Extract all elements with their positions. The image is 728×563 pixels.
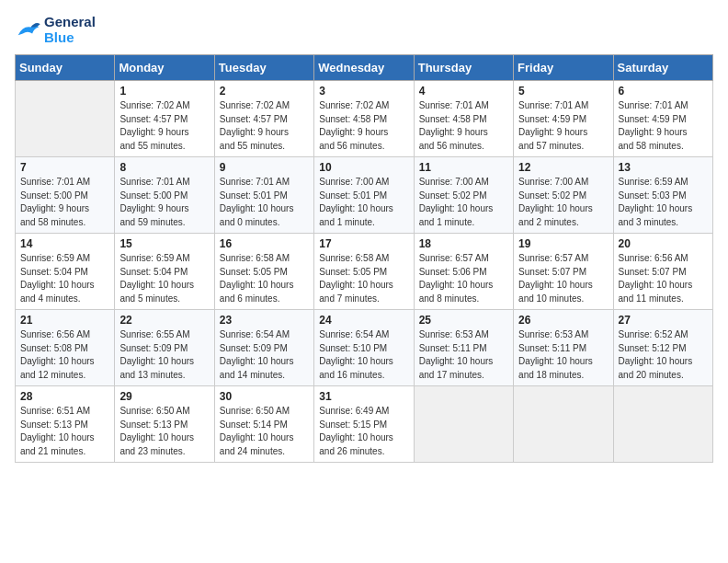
logo-text: General Blue [44,15,96,45]
calendar-cell: 20Sunrise: 6:56 AM Sunset: 5:07 PM Dayli… [613,234,712,310]
day-number: 6 [619,85,708,98]
day-number: 30 [220,390,309,403]
calendar-cell: 22Sunrise: 6:55 AM Sunset: 5:09 PM Dayli… [115,310,214,386]
calendar-cell: 17Sunrise: 6:58 AM Sunset: 5:05 PM Dayli… [314,234,414,310]
calendar-week-5: 28Sunrise: 6:51 AM Sunset: 5:13 PM Dayli… [16,386,713,463]
day-number: 9 [220,161,309,174]
calendar-week-3: 14Sunrise: 6:59 AM Sunset: 5:04 PM Dayli… [16,234,713,310]
calendar-cell: 2Sunrise: 7:02 AM Sunset: 4:57 PM Daylig… [214,81,313,157]
day-info: Sunrise: 6:58 AM Sunset: 5:05 PM Dayligh… [319,252,408,305]
calendar-header-tuesday: Tuesday [214,55,313,81]
calendar-cell [613,386,712,463]
day-number: 8 [119,161,209,174]
calendar-header-row: SundayMondayTuesdayWednesdayThursdayFrid… [16,55,713,81]
day-number: 19 [518,237,608,250]
calendar-cell: 7Sunrise: 7:01 AM Sunset: 5:00 PM Daylig… [16,157,115,234]
day-info: Sunrise: 6:51 AM Sunset: 5:13 PM Dayligh… [20,405,109,458]
day-number: 31 [319,390,408,403]
day-info: Sunrise: 6:56 AM Sunset: 5:08 PM Dayligh… [20,328,109,382]
day-info: Sunrise: 6:53 AM Sunset: 5:11 PM Dayligh… [419,328,508,382]
day-info: Sunrise: 7:00 AM Sunset: 5:02 PM Dayligh… [419,176,508,229]
calendar-cell: 4Sunrise: 7:01 AM Sunset: 4:58 PM Daylig… [414,81,513,157]
day-number: 28 [20,390,109,403]
calendar-cell: 9Sunrise: 7:01 AM Sunset: 5:01 PM Daylig… [214,157,313,234]
day-number: 17 [319,237,408,250]
day-info: Sunrise: 7:01 AM Sunset: 4:59 PM Dayligh… [619,99,708,153]
day-number: 12 [518,161,608,174]
calendar-cell: 16Sunrise: 6:58 AM Sunset: 5:05 PM Dayli… [214,234,313,310]
calendar-cell: 28Sunrise: 6:51 AM Sunset: 5:13 PM Dayli… [16,386,115,463]
calendar-cell: 10Sunrise: 7:00 AM Sunset: 5:01 PM Dayli… [314,157,414,234]
calendar-cell: 21Sunrise: 6:56 AM Sunset: 5:08 PM Dayli… [16,310,115,386]
day-info: Sunrise: 6:55 AM Sunset: 5:09 PM Dayligh… [119,328,209,382]
calendar-header-saturday: Saturday [613,55,712,81]
day-info: Sunrise: 6:53 AM Sunset: 5:11 PM Dayligh… [518,328,608,382]
day-info: Sunrise: 7:01 AM Sunset: 4:58 PM Dayligh… [419,99,508,153]
day-number: 15 [119,237,209,250]
calendar-header-monday: Monday [115,55,214,81]
day-number: 14 [20,237,109,250]
calendar-header-wednesday: Wednesday [314,55,414,81]
calendar-cell: 15Sunrise: 6:59 AM Sunset: 5:04 PM Dayli… [115,234,214,310]
calendar-cell: 23Sunrise: 6:54 AM Sunset: 5:09 PM Dayli… [214,310,313,386]
calendar-week-4: 21Sunrise: 6:56 AM Sunset: 5:08 PM Dayli… [16,310,713,386]
day-info: Sunrise: 6:59 AM Sunset: 5:04 PM Dayligh… [119,252,209,305]
day-number: 26 [518,314,608,327]
day-number: 22 [119,314,209,327]
day-info: Sunrise: 7:01 AM Sunset: 5:00 PM Dayligh… [119,176,209,229]
day-number: 7 [20,161,109,174]
day-info: Sunrise: 6:58 AM Sunset: 5:05 PM Dayligh… [220,252,309,305]
day-number: 24 [319,314,408,327]
day-info: Sunrise: 6:49 AM Sunset: 5:15 PM Dayligh… [319,405,408,458]
calendar-cell: 26Sunrise: 6:53 AM Sunset: 5:11 PM Dayli… [514,310,613,386]
day-info: Sunrise: 7:01 AM Sunset: 5:01 PM Dayligh… [220,176,309,229]
calendar-cell: 5Sunrise: 7:01 AM Sunset: 4:59 PM Daylig… [514,81,613,157]
calendar-header-friday: Friday [514,55,613,81]
calendar-cell: 6Sunrise: 7:01 AM Sunset: 4:59 PM Daylig… [613,81,712,157]
day-info: Sunrise: 6:57 AM Sunset: 5:07 PM Dayligh… [518,252,608,305]
day-number: 18 [419,237,508,250]
logo: General Blue [15,15,96,45]
calendar-table: SundayMondayTuesdayWednesdayThursdayFrid… [15,54,713,463]
day-number: 2 [220,85,309,98]
calendar-cell: 29Sunrise: 6:50 AM Sunset: 5:13 PM Dayli… [115,386,214,463]
day-number: 4 [419,85,508,98]
day-info: Sunrise: 7:00 AM Sunset: 5:02 PM Dayligh… [518,176,608,229]
day-info: Sunrise: 6:54 AM Sunset: 5:09 PM Dayligh… [220,328,309,382]
calendar-cell: 31Sunrise: 6:49 AM Sunset: 5:15 PM Dayli… [314,386,414,463]
day-info: Sunrise: 7:01 AM Sunset: 4:59 PM Dayligh… [518,99,608,153]
calendar-header-sunday: Sunday [16,55,115,81]
calendar-cell: 14Sunrise: 6:59 AM Sunset: 5:04 PM Dayli… [16,234,115,310]
day-info: Sunrise: 7:01 AM Sunset: 5:00 PM Dayligh… [20,176,109,229]
day-number: 29 [119,390,209,403]
logo-bird-icon [15,19,40,41]
day-number: 27 [619,314,708,327]
day-info: Sunrise: 6:50 AM Sunset: 5:14 PM Dayligh… [220,405,309,458]
day-number: 21 [20,314,109,327]
calendar-cell: 3Sunrise: 7:02 AM Sunset: 4:58 PM Daylig… [314,81,414,157]
calendar-cell: 8Sunrise: 7:01 AM Sunset: 5:00 PM Daylig… [115,157,214,234]
day-number: 10 [319,161,408,174]
calendar-cell [514,386,613,463]
calendar-header-thursday: Thursday [414,55,513,81]
calendar-cell: 13Sunrise: 6:59 AM Sunset: 5:03 PM Dayli… [613,157,712,234]
calendar-cell: 27Sunrise: 6:52 AM Sunset: 5:12 PM Dayli… [613,310,712,386]
day-info: Sunrise: 7:00 AM Sunset: 5:01 PM Dayligh… [319,176,408,229]
day-info: Sunrise: 6:57 AM Sunset: 5:06 PM Dayligh… [419,252,508,305]
day-info: Sunrise: 7:02 AM Sunset: 4:58 PM Dayligh… [319,99,408,153]
day-number: 5 [518,85,608,98]
calendar-week-2: 7Sunrise: 7:01 AM Sunset: 5:00 PM Daylig… [16,157,713,234]
day-info: Sunrise: 7:02 AM Sunset: 4:57 PM Dayligh… [119,99,209,153]
calendar-cell: 1Sunrise: 7:02 AM Sunset: 4:57 PM Daylig… [115,81,214,157]
calendar-cell [16,81,115,157]
day-info: Sunrise: 7:02 AM Sunset: 4:57 PM Dayligh… [220,99,309,153]
page-header: General Blue [15,15,713,45]
calendar-cell: 12Sunrise: 7:00 AM Sunset: 5:02 PM Dayli… [514,157,613,234]
day-number: 25 [419,314,508,327]
calendar-cell: 19Sunrise: 6:57 AM Sunset: 5:07 PM Dayli… [514,234,613,310]
calendar-week-1: 1Sunrise: 7:02 AM Sunset: 4:57 PM Daylig… [16,81,713,157]
day-number: 20 [619,237,708,250]
day-number: 11 [419,161,508,174]
calendar-cell [414,386,513,463]
day-info: Sunrise: 6:56 AM Sunset: 5:07 PM Dayligh… [619,252,708,305]
